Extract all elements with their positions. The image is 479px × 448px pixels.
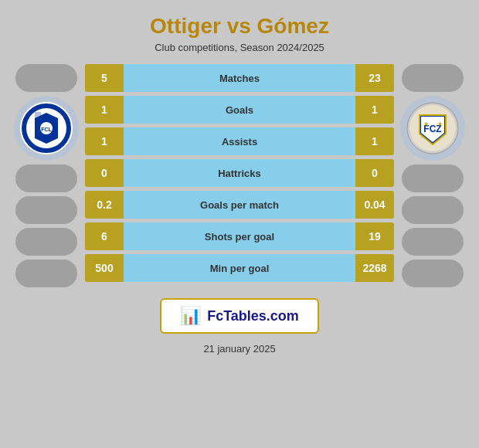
stat-right-1: 1 <box>355 96 394 124</box>
stat-left-0: 5 <box>85 64 124 92</box>
left-pill-3 <box>15 196 77 224</box>
stat-label-3: Hattricks <box>124 159 355 187</box>
right-pill-2 <box>402 165 464 192</box>
stat-label-5: Shots per goal <box>124 222 355 250</box>
right-pill-3 <box>402 196 464 224</box>
stat-row: 500Min per goal2268 <box>85 254 394 282</box>
right-panel: FCZ ★ ★ <box>394 64 471 287</box>
left-pill-5 <box>15 260 77 287</box>
stat-right-4: 0.04 <box>355 191 394 219</box>
stat-right-0: 23 <box>355 64 394 92</box>
stat-left-6: 500 <box>85 254 124 282</box>
stat-row: 1Assists1 <box>85 127 394 155</box>
stat-right-6: 2268 <box>355 254 394 282</box>
stat-left-2: 1 <box>85 127 124 155</box>
left-panel: FCL <box>8 64 85 287</box>
left-pill-2 <box>15 165 77 192</box>
stat-label-1: Goals <box>124 96 355 124</box>
stat-row: 0Hattricks0 <box>85 159 394 187</box>
brand-banner: 📊 FcTables.com <box>160 298 319 334</box>
right-pill-top <box>402 64 464 92</box>
stat-row: 0.2Goals per match0.04 <box>85 191 394 219</box>
svg-rect-4 <box>35 112 41 123</box>
svg-text:FCL: FCL <box>41 127 52 132</box>
page-header: Ottiger vs Gómez Club competitions, Seas… <box>0 0 479 58</box>
stats-table: 5Matches231Goals11Assists10Hattricks00.2… <box>85 64 394 287</box>
stat-right-3: 0 <box>355 159 394 187</box>
stat-label-2: Assists <box>124 127 355 155</box>
stat-row: 5Matches23 <box>85 64 394 92</box>
stat-left-4: 0.2 <box>85 191 124 219</box>
chart-icon: 📊 <box>180 306 201 326</box>
left-pill-top <box>15 64 77 92</box>
stat-label-4: Goals per match <box>124 191 355 219</box>
svg-text:★: ★ <box>437 120 443 127</box>
stat-right-2: 1 <box>355 127 394 155</box>
stat-left-5: 6 <box>85 222 124 250</box>
left-pill-4 <box>15 228 77 256</box>
footer-date: 21 january 2025 <box>203 343 275 355</box>
stat-label-6: Min per goal <box>124 254 355 282</box>
stat-label-0: Matches <box>124 64 355 92</box>
stat-left-1: 1 <box>85 96 124 124</box>
brand-name: FcTables.com <box>207 308 299 324</box>
right-pill-5 <box>402 260 464 287</box>
svg-text:★: ★ <box>423 120 429 127</box>
stat-row: 6Shots per goal19 <box>85 222 394 250</box>
right-pill-4 <box>402 228 464 256</box>
left-team-logo: FCL <box>14 96 79 161</box>
right-team-logo: FCZ ★ ★ <box>400 96 465 161</box>
stat-left-3: 0 <box>85 159 124 187</box>
match-title: Ottiger vs Gómez <box>8 14 471 39</box>
stat-right-5: 19 <box>355 222 394 250</box>
match-subtitle: Club competitions, Season 2024/2025 <box>8 42 471 53</box>
stat-row: 1Goals1 <box>85 96 394 124</box>
